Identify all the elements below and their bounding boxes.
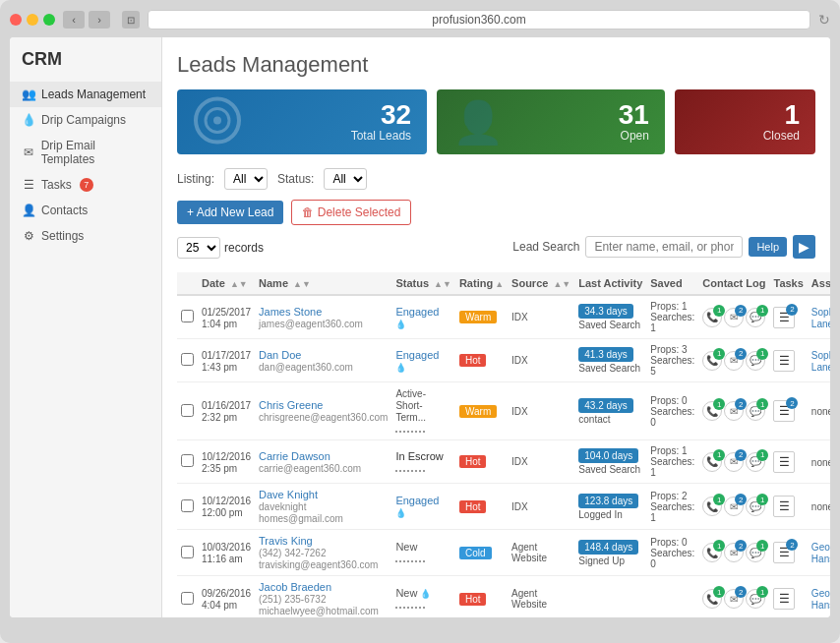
saved-cell: Props: 0Searches: 0 — [646, 382, 698, 440]
back-button[interactable]: ‹ — [63, 11, 85, 29]
tasks-cell-wrapper: ☰2 — [769, 295, 807, 339]
tasks-cell[interactable]: ☰ — [773, 350, 795, 372]
listing-select[interactable]: All — [224, 168, 268, 190]
sidebar-item-drip[interactable]: 💧 Drip Campaigns — [10, 107, 161, 133]
lead-name-link[interactable]: Travis King — [259, 535, 388, 547]
lead-name-link[interactable]: Dave Knight — [259, 489, 388, 500]
phone-icon[interactable]: 📞1 — [702, 497, 722, 516]
row-checkbox[interactable] — [181, 404, 194, 417]
sidebar-title: CRM — [10, 49, 161, 82]
chat-icon[interactable]: 💬1 — [746, 452, 765, 472]
sidebar-item-leads[interactable]: 👥 Leads Management — [10, 82, 161, 107]
phone-icon[interactable]: 📞1 — [702, 589, 722, 609]
phone-icon[interactable]: 📞1 — [702, 401, 722, 421]
email-contact-icon[interactable]: ✉2 — [724, 401, 744, 421]
sidebar-item-settings[interactable]: ⚙ Settings — [10, 223, 161, 249]
sidebar-item-tasks[interactable]: ☰ Tasks 7 — [10, 172, 161, 198]
refresh-button[interactable]: ↻ — [818, 12, 830, 28]
address-bar[interactable]: profusion360.com — [148, 10, 810, 29]
chat-icon[interactable]: 💬1 — [746, 401, 765, 421]
assigned-cell: none — [808, 484, 830, 530]
forward-button[interactable]: › — [89, 11, 110, 29]
assigned-name: none — [811, 501, 830, 512]
tasks-cell[interactable]: ☰ — [773, 496, 795, 517]
status-cell: New — [391, 530, 455, 576]
drip-icon: 💧 — [22, 113, 35, 127]
row-checkbox[interactable] — [181, 592, 194, 605]
lead-name-link[interactable]: Chris Greene — [259, 399, 388, 411]
activity-cell — [574, 576, 646, 618]
delete-selected-button[interactable]: 🗑 Delete Selected — [291, 200, 411, 225]
chat-icon[interactable]: 💬1 — [746, 543, 765, 562]
source-cell: AgentWebsite — [508, 530, 574, 576]
minimize-button[interactable] — [27, 14, 38, 26]
phone-icon[interactable]: 📞1 — [702, 351, 722, 371]
col-tasks: Tasks — [769, 272, 807, 295]
tasks-cell[interactable]: ☰ — [773, 451, 795, 473]
lead-time: 12:00 pm — [202, 507, 243, 518]
phone-icon[interactable]: 📞1 — [702, 308, 722, 327]
tasks-cell[interactable]: ☰ — [773, 588, 795, 610]
video-button[interactable]: ▶ — [793, 235, 815, 259]
phone-icon[interactable]: 📞1 — [702, 452, 722, 472]
lead-time: 4:04 pm — [202, 600, 237, 611]
row-checkbox[interactable] — [181, 353, 194, 366]
row-checkbox[interactable] — [181, 499, 194, 512]
status-cell: New 💧 — [391, 576, 455, 618]
assigned-name: Sophia Lane — [811, 307, 830, 329]
per-page-select[interactable]: 25 — [177, 237, 220, 259]
status-text: New — [395, 541, 425, 564]
saved-text: Props: 3 — [650, 344, 694, 355]
status-select[interactable]: All — [324, 168, 367, 190]
lead-name-link[interactable]: Jacob Braeden — [259, 581, 388, 593]
row-checkbox-cell — [177, 576, 198, 618]
email-contact-icon[interactable]: ✉2 — [724, 589, 744, 609]
col-date: Date ▲▼ — [198, 272, 255, 295]
source-cell: IDX — [508, 295, 574, 339]
closed-number: 1 — [784, 101, 800, 129]
listing-label: Listing: — [177, 172, 214, 186]
row-checkbox[interactable] — [181, 310, 194, 322]
task-count: 2 — [786, 539, 798, 551]
task-count: 2 — [786, 304, 798, 316]
chat-icon[interactable]: 💬1 — [746, 351, 765, 371]
lead-name-link[interactable]: Carrie Dawson — [259, 450, 388, 462]
search-row: Lead Search Help ▶ — [512, 235, 815, 259]
row-checkbox[interactable] — [181, 546, 194, 558]
tasks-cell[interactable]: ☰2 — [773, 542, 795, 563]
sidebar-item-email[interactable]: ✉ Drip Email Templates — [10, 133, 161, 172]
maximize-button[interactable] — [43, 14, 55, 26]
help-button[interactable]: Help — [749, 237, 787, 257]
close-button[interactable] — [10, 14, 22, 26]
search-input[interactable] — [585, 236, 743, 258]
email-icon: ✉ — [22, 146, 35, 159]
chat-icon[interactable]: 💬1 — [746, 497, 765, 516]
email-contact-icon[interactable]: ✉2 — [724, 452, 744, 472]
chat-icon[interactable]: 💬1 — [746, 308, 765, 327]
lead-name-link[interactable]: James Stone — [259, 306, 388, 318]
browser-window: ‹ › ⊡ profusion360.com ↻ CRM 👥 Leads Man… — [0, 0, 840, 643]
contact-log: 📞1 ✉2 💬1 — [702, 401, 765, 421]
activity-cell: 43.2 dayscontact — [574, 382, 646, 440]
email-contact-icon[interactable]: ✉2 — [724, 497, 744, 516]
phone-icon[interactable]: 📞1 — [702, 543, 722, 562]
add-lead-button[interactable]: + Add New Lead — [177, 201, 283, 224]
tasks-cell-wrapper: ☰ — [769, 576, 807, 618]
name-cell: Chris Greene chrisgreene@eagent360.com — [255, 382, 391, 440]
assigned-cell: Sophia Lane — [808, 295, 830, 339]
sidebar-toggle-button[interactable]: ⊡ — [122, 11, 140, 29]
email-contact-icon[interactable]: ✉2 — [724, 351, 744, 371]
email-contact-icon[interactable]: ✉2 — [724, 308, 744, 327]
assigned-cell: GeorgeHansen — [808, 530, 830, 576]
email-contact-icon[interactable]: ✉2 — [724, 543, 744, 562]
tasks-cell[interactable]: ☰2 — [773, 307, 795, 328]
lead-email: james@eagent360.com — [259, 319, 363, 329]
lead-date: 10/12/2016 — [202, 496, 251, 506]
sidebar-item-contacts[interactable]: 👤 Contacts — [10, 198, 161, 223]
date-cell: 10/12/2016 2:35 pm — [198, 440, 255, 484]
tasks-cell[interactable]: ☰2 — [773, 400, 795, 422]
lead-name-link[interactable]: Dan Doe — [259, 349, 388, 361]
chat-icon[interactable]: 💬1 — [746, 589, 765, 609]
tasks-cell-wrapper: ☰ — [769, 484, 807, 530]
row-checkbox[interactable] — [181, 454, 194, 467]
